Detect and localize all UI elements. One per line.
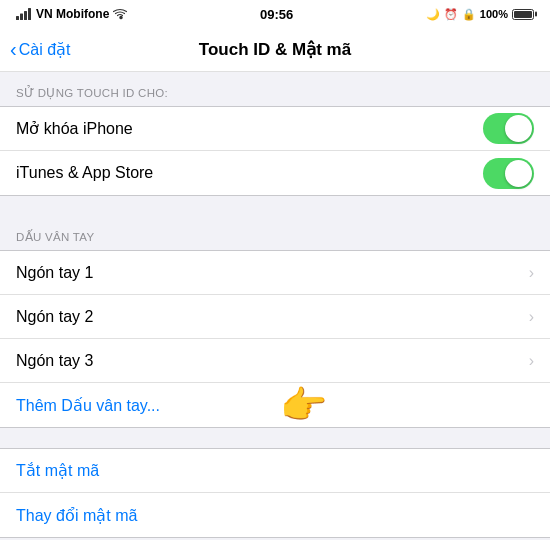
- status-time: 09:56: [260, 7, 293, 22]
- battery-icon: [512, 9, 534, 20]
- finger-2-row[interactable]: Ngón tay 2 ›: [0, 295, 550, 339]
- chevron-right-icon-1: ›: [529, 264, 534, 282]
- change-passcode-row[interactable]: Thay đổi mật mã: [0, 493, 550, 537]
- spacer-1: [0, 196, 550, 216]
- moon-icon: 🌙: [426, 8, 440, 21]
- unlock-iphone-toggle[interactable]: [483, 113, 534, 144]
- svg-rect-1: [20, 14, 23, 21]
- change-passcode-label: Thay đổi mật mã: [16, 506, 137, 525]
- itunes-appstore-label: iTunes & App Store: [16, 164, 153, 182]
- touch-id-section-header: SỬ DỤNG TOUCH ID CHO:: [0, 72, 550, 106]
- finger-2-label: Ngón tay 2: [16, 308, 93, 326]
- turn-off-passcode-label: Tắt mật mã: [16, 461, 99, 480]
- finger-3-row[interactable]: Ngón tay 3 ›: [0, 339, 550, 383]
- page-title: Touch ID & Mật mã: [199, 39, 351, 60]
- back-chevron-icon: ‹: [10, 39, 17, 59]
- svg-rect-0: [16, 16, 19, 20]
- finger-1-label: Ngón tay 1: [16, 264, 93, 282]
- touch-id-list: Mở khóa iPhone iTunes & App Store: [0, 106, 550, 196]
- status-indicators: 🌙 ⏰ 🔒 100%: [426, 8, 534, 21]
- itunes-appstore-row: iTunes & App Store: [0, 151, 550, 195]
- carrier-name: VN Mobifone: [36, 7, 109, 21]
- finger-3-label: Ngón tay 3: [16, 352, 93, 370]
- back-label: Cài đặt: [19, 40, 71, 59]
- status-bar: VN Mobifone 09:56 🌙 ⏰ 🔒 100%: [0, 0, 550, 28]
- hand-pointer-icon: 👉: [280, 383, 327, 427]
- nav-bar: ‹ Cài đặt Touch ID & Mật mã: [0, 28, 550, 72]
- fingerprint-section-header: DẤU VÂN TAY: [0, 216, 550, 250]
- itunes-appstore-toggle[interactable]: [483, 158, 534, 189]
- toggle-thumb-2: [505, 160, 532, 187]
- back-button[interactable]: ‹ Cài đặt: [10, 40, 70, 59]
- alarm-icon: ⏰: [444, 8, 458, 21]
- battery-percentage: 100%: [480, 8, 508, 20]
- turn-off-passcode-row[interactable]: Tắt mật mã: [0, 449, 550, 493]
- finger-1-row[interactable]: Ngón tay 1 ›: [0, 251, 550, 295]
- add-fingerprint-label: Thêm Dấu vân tay...: [16, 396, 160, 415]
- chevron-right-icon-3: ›: [529, 352, 534, 370]
- add-fingerprint-row[interactable]: Thêm Dấu vân tay... 👉: [0, 383, 550, 427]
- status-carrier: VN Mobifone: [16, 7, 127, 21]
- passcode-list: Tắt mật mã Thay đổi mật mã: [0, 448, 550, 538]
- chevron-right-icon-2: ›: [529, 308, 534, 326]
- signal-icon: [16, 8, 32, 20]
- fingerprint-list: Ngón tay 1 › Ngón tay 2 › Ngón tay 3 › T…: [0, 250, 550, 428]
- battery-fill: [514, 11, 532, 18]
- svg-rect-2: [24, 11, 27, 20]
- wifi-icon: [113, 8, 127, 20]
- svg-rect-3: [28, 8, 31, 20]
- unlock-iphone-row: Mở khóa iPhone: [0, 107, 550, 151]
- spacer-2: [0, 428, 550, 448]
- toggle-thumb: [505, 115, 532, 142]
- lock-icon: 🔒: [462, 8, 476, 21]
- unlock-iphone-label: Mở khóa iPhone: [16, 119, 133, 138]
